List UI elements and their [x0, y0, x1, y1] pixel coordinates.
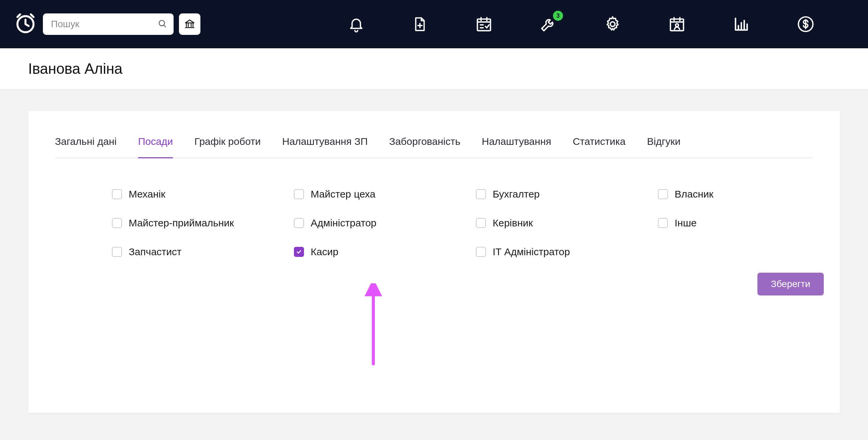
position-label: Касир — [311, 246, 339, 258]
bar-chart-icon — [733, 16, 750, 33]
page-title: Іванова Аліна — [28, 60, 840, 77]
position-label: Майстер-приймальник — [129, 217, 234, 229]
checkbox-cashier[interactable] — [294, 247, 304, 257]
positions-grid: МеханікМайстер цехаБухгалтерВласникМайст… — [55, 188, 813, 258]
page-header: Іванова Аліна — [0, 48, 868, 90]
tab-salary[interactable]: Налаштування ЗП — [282, 136, 368, 158]
bank-icon — [184, 18, 195, 31]
position-label: Механік — [129, 188, 165, 200]
position-owner[interactable]: Власник — [658, 188, 813, 200]
checkbox-service-advisor[interactable] — [112, 218, 122, 228]
tab-reviews[interactable]: Відгуки — [647, 136, 680, 158]
position-label: Інше — [675, 217, 697, 229]
search-wrap — [43, 13, 174, 35]
position-manager[interactable]: Керівник — [476, 217, 631, 229]
gear-icon — [604, 16, 621, 33]
checkbox-accountant[interactable] — [476, 189, 486, 199]
position-label: Керівник — [493, 217, 533, 229]
tab-schedule[interactable]: Графік роботи — [194, 136, 261, 158]
svg-rect-4 — [671, 19, 684, 31]
settings-button[interactable] — [604, 16, 621, 33]
dollar-circle-icon — [797, 16, 814, 33]
calendar-check-icon — [475, 16, 493, 33]
annotation-arrow — [363, 283, 383, 369]
position-label: Майстер цеха — [311, 188, 375, 200]
save-button[interactable]: Зберегти — [757, 273, 824, 295]
notifications-button[interactable] — [348, 16, 365, 32]
svg-point-3 — [610, 22, 615, 27]
tab-debt[interactable]: Заборгованість — [389, 136, 460, 158]
position-service-advisor[interactable]: Майстер-приймальник — [112, 217, 267, 229]
app-logo[interactable] — [13, 12, 37, 36]
topnav: 3 — [0, 0, 868, 48]
position-parts[interactable]: Запчастист — [112, 246, 267, 258]
bank-button[interactable] — [179, 13, 200, 35]
checkbox-mechanic[interactable] — [112, 189, 122, 199]
position-admin[interactable]: Адміністратор — [294, 217, 449, 229]
checkbox-it-admin[interactable] — [476, 247, 486, 257]
finance-button[interactable] — [797, 16, 814, 33]
nav-icons: 3 — [348, 16, 855, 33]
calendar-tasks-button[interactable] — [475, 16, 493, 33]
content: Загальні даніПосадиГрафік роботиНалаштув… — [0, 90, 868, 434]
position-label: Власник — [675, 188, 713, 200]
position-accountant[interactable]: Бухгалтер — [476, 188, 631, 200]
new-document-button[interactable] — [411, 16, 428, 32]
checkbox-manager[interactable] — [476, 218, 486, 228]
position-label: Адміністратор — [311, 217, 376, 229]
search-input[interactable] — [43, 13, 174, 35]
svg-point-5 — [676, 24, 679, 27]
tabs: Загальні даніПосадиГрафік роботиНалаштув… — [55, 136, 813, 158]
position-it-admin[interactable]: IT Адміністратор — [476, 246, 631, 258]
bell-icon — [348, 16, 365, 32]
position-label: Запчастист — [129, 246, 182, 258]
contact-calendar-icon — [668, 16, 686, 33]
reports-button[interactable] — [733, 16, 750, 33]
tab-positions[interactable]: Посади — [138, 136, 173, 158]
checkbox-owner[interactable] — [658, 189, 668, 199]
tools-badge: 3 — [553, 11, 563, 21]
tab-stats[interactable]: Статистика — [573, 136, 626, 158]
checkbox-parts[interactable] — [112, 247, 122, 257]
position-cashier[interactable]: Касир — [294, 246, 449, 258]
tools-button[interactable]: 3 — [539, 16, 557, 33]
contacts-button[interactable] — [668, 16, 686, 33]
position-other[interactable]: Інше — [658, 217, 813, 229]
position-label: Бухгалтер — [493, 188, 539, 200]
card: Загальні даніПосадиГрафік роботиНалаштув… — [28, 111, 840, 413]
checkbox-shop-master[interactable] — [294, 189, 304, 199]
file-plus-icon — [411, 16, 428, 32]
checkbox-admin[interactable] — [294, 218, 304, 228]
position-mechanic[interactable]: Механік — [112, 188, 267, 200]
position-label: IT Адміністратор — [493, 246, 570, 258]
tab-settings[interactable]: Налаштування — [482, 136, 551, 158]
checkbox-other[interactable] — [658, 218, 668, 228]
tab-general[interactable]: Загальні дані — [55, 136, 117, 158]
position-shop-master[interactable]: Майстер цеха — [294, 188, 449, 200]
